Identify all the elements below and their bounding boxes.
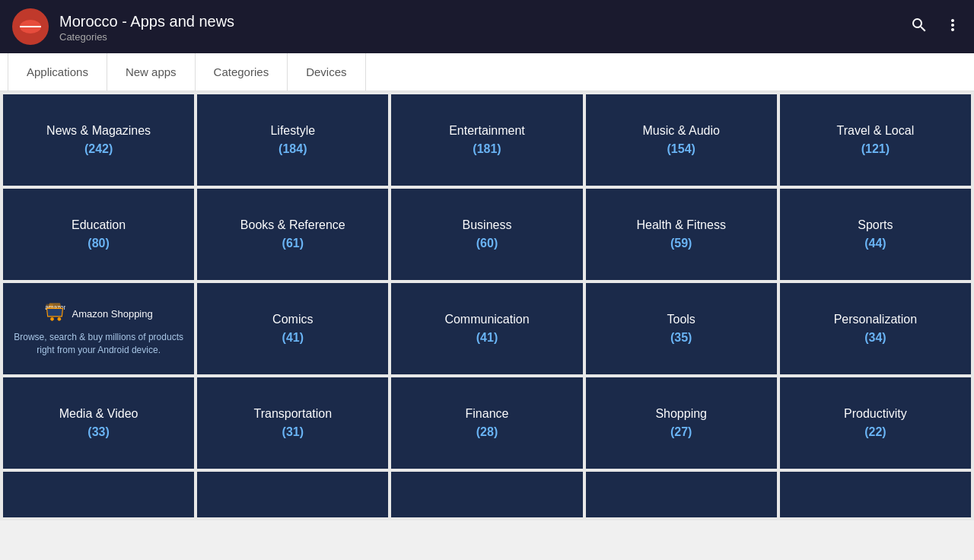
svg-point-3 <box>58 317 62 321</box>
category-name-travel-local: Travel & Local <box>837 124 915 138</box>
category-name-books-reference: Books & Reference <box>240 218 345 232</box>
svg-point-2 <box>51 317 55 321</box>
tab-new-apps[interactable]: New apps <box>107 53 196 91</box>
category-count-shopping: (27) <box>670 425 692 439</box>
header-actions <box>910 16 962 37</box>
tab-categories[interactable]: Categories <box>196 53 288 91</box>
grid-cell-health-fitness[interactable]: Health & Fitness(59) <box>586 189 777 280</box>
category-count-tools: (35) <box>670 331 692 345</box>
grid-cell-entertainment[interactable]: Entertainment(181) <box>391 94 582 186</box>
category-count-finance: (28) <box>476 425 498 439</box>
category-count-media-video: (33) <box>88 425 109 439</box>
category-count-communication: (41) <box>476 331 498 345</box>
grid-cell-communication[interactable]: Communication(41) <box>391 283 582 374</box>
amazon-ad-description: Browse, search & buy millions of product… <box>11 331 186 357</box>
grid-cell-personalization[interactable]: Personalization(34) <box>780 283 971 374</box>
grid-cell-news-magazines[interactable]: News & Magazines(242) <box>3 94 194 186</box>
app-subtitle: Categories <box>59 31 234 43</box>
tab-devices[interactable]: Devices <box>288 53 365 91</box>
category-name-sports: Sports <box>858 218 893 232</box>
nav-tabs: Applications New apps Categories Devices <box>0 53 974 91</box>
category-count-travel-local: (121) <box>861 142 890 156</box>
grid-cell-books-reference[interactable]: Books & Reference(61) <box>197 189 388 280</box>
header-left: Morocco - Apps and news Categories <box>12 8 234 45</box>
grid-cell-tools[interactable]: Tools(35) <box>586 283 777 374</box>
category-count-sports: (44) <box>864 237 886 250</box>
more-menu-icon[interactable] <box>944 16 962 37</box>
grid-cell-travel-local[interactable]: Travel & Local(121) <box>780 94 971 186</box>
header-title-block: Morocco - Apps and news Categories <box>59 11 234 43</box>
grid-cell-music-audio[interactable]: Music & Audio(154) <box>586 94 777 186</box>
category-name-lifestyle: Lifestyle <box>270 124 315 138</box>
category-count-music-audio: (154) <box>667 142 695 156</box>
category-count-transportation: (31) <box>282 425 304 439</box>
grid-cell-productivity[interactable]: Productivity(22) <box>780 377 971 469</box>
category-name-finance: Finance <box>466 407 509 421</box>
category-count-education: (80) <box>88 237 109 250</box>
tab-applications[interactable]: Applications <box>8 53 107 91</box>
search-icon[interactable] <box>910 16 928 37</box>
category-name-health-fitness: Health & Fitness <box>637 218 726 232</box>
category-name-media-video: Media & Video <box>59 407 138 421</box>
category-count-books-reference: (61) <box>282 237 304 250</box>
category-name-communication: Communication <box>444 313 529 326</box>
grid-cell-sports[interactable]: Sports(44) <box>780 189 971 280</box>
category-name-education: Education <box>72 218 126 232</box>
amazon-logo-row: amazonAmazon Shopping <box>44 301 152 326</box>
category-name-comics: Comics <box>272 313 313 326</box>
amazon-ad-title: Amazon Shopping <box>72 308 152 320</box>
grid-cell-partial-3[interactable] <box>586 472 777 517</box>
grid-cell-partial-1[interactable] <box>197 472 388 517</box>
grid-cell-lifestyle[interactable]: Lifestyle(184) <box>197 94 388 186</box>
category-count-comics: (41) <box>282 331 304 345</box>
category-name-shopping: Shopping <box>655 407 707 421</box>
category-name-tools: Tools <box>667 313 695 326</box>
grid-cell-media-video[interactable]: Media & Video(33) <box>3 377 194 469</box>
category-count-business: (60) <box>476 237 498 250</box>
category-count-productivity: (22) <box>864 425 886 439</box>
logo-inner <box>20 20 41 33</box>
category-name-music-audio: Music & Audio <box>643 124 720 138</box>
grid-cell-partial-4[interactable] <box>780 472 971 517</box>
app-title: Morocco - Apps and news <box>59 11 234 31</box>
amazon-cart-icon: amazon <box>44 301 65 326</box>
category-name-entertainment: Entertainment <box>449 124 525 138</box>
category-count-entertainment: (181) <box>473 142 501 156</box>
grid-cell-transportation[interactable]: Transportation(31) <box>197 377 388 469</box>
grid-cell-business[interactable]: Business(60) <box>391 189 582 280</box>
app-header: Morocco - Apps and news Categories <box>0 0 974 53</box>
category-name-productivity: Productivity <box>844 407 907 421</box>
grid-cell-comics[interactable]: Comics(41) <box>197 283 388 374</box>
categories-grid: News & Magazines(242)Lifestyle(184)Enter… <box>0 91 974 520</box>
category-name-business: Business <box>463 218 512 232</box>
grid-cell-shopping[interactable]: Shopping(27) <box>586 377 777 469</box>
category-count-personalization: (34) <box>864 331 886 345</box>
category-name-news-magazines: News & Magazines <box>46 124 151 138</box>
category-count-health-fitness: (59) <box>670 237 692 250</box>
grid-cell-education[interactable]: Education(80) <box>3 189 194 280</box>
category-count-news-magazines: (242) <box>84 142 113 156</box>
category-name-transportation: Transportation <box>254 407 333 421</box>
amazon-ad-cell[interactable]: amazonAmazon ShoppingBrowse, search & bu… <box>3 283 194 374</box>
grid-cell-partial-0[interactable] <box>3 472 194 517</box>
category-count-lifestyle: (184) <box>279 142 307 156</box>
app-logo <box>12 8 49 45</box>
grid-cell-finance[interactable]: Finance(28) <box>391 377 582 469</box>
grid-cell-partial-2[interactable] <box>391 472 582 517</box>
category-name-personalization: Personalization <box>834 313 917 326</box>
